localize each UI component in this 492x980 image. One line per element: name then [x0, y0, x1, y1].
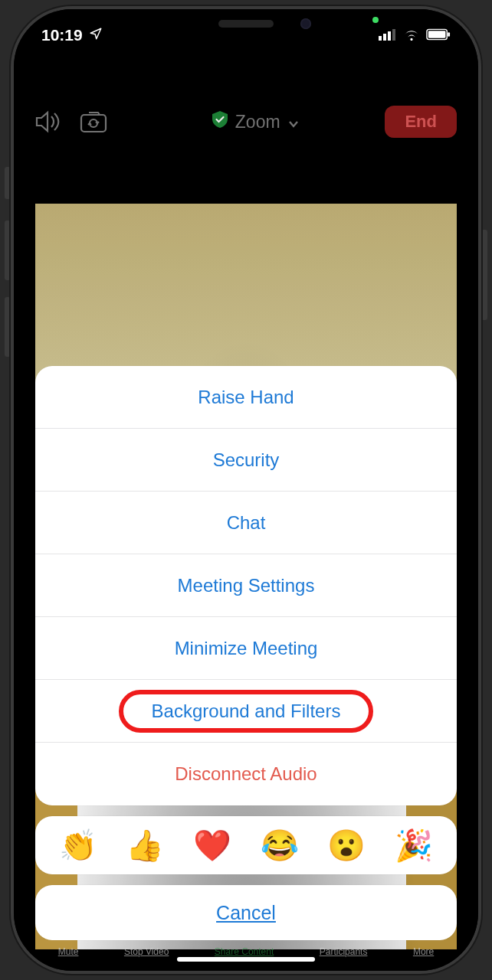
menu-disconnect-audio[interactable]: Disconnect Audio: [35, 743, 457, 805]
cancel-label: Cancel: [216, 902, 276, 924]
reaction-laugh[interactable]: 😂: [261, 828, 299, 864]
menu-meeting-settings[interactable]: Meeting Settings: [35, 554, 457, 617]
battery-icon: [426, 26, 451, 44]
menu-label: Chat: [227, 512, 266, 534]
reaction-heart[interactable]: ❤️: [193, 828, 231, 864]
svg-rect-1: [383, 34, 386, 41]
menu-label: Raise Hand: [198, 387, 294, 408]
reaction-tada[interactable]: 🎉: [395, 828, 433, 864]
reaction-thumbs-up[interactable]: 👍: [126, 828, 164, 864]
menu-label: Meeting Settings: [178, 575, 315, 596]
svg-rect-0: [379, 36, 382, 41]
volume-down-button: [5, 297, 11, 357]
location-arrow-icon: [89, 26, 103, 44]
phone-frame: 10:19: [11, 6, 481, 974]
menu-minimize-meeting[interactable]: Minimize Meeting: [35, 617, 457, 680]
screen: 10:19: [14, 9, 478, 971]
cancel-button[interactable]: Cancel: [35, 885, 457, 940]
svg-rect-3: [392, 29, 395, 41]
svg-rect-2: [388, 31, 391, 41]
notch: [147, 9, 345, 40]
menu-label: Security: [213, 449, 280, 471]
menu-label: Disconnect Audio: [175, 763, 317, 785]
reaction-clap[interactable]: 👏: [59, 828, 97, 864]
menu-raise-hand[interactable]: Raise Hand: [35, 366, 457, 429]
menu-chat[interactable]: Chat: [35, 492, 457, 554]
svg-rect-6: [448, 32, 450, 37]
front-camera: [300, 18, 311, 29]
home-indicator[interactable]: [177, 957, 315, 962]
camera-indicator-dot: [372, 17, 379, 23]
menu-background-filters[interactable]: Background and Filters: [35, 680, 457, 743]
earpiece: [218, 20, 274, 28]
svg-rect-5: [428, 31, 446, 38]
cellular-signal-icon: [379, 26, 397, 44]
menu-label: Minimize Meeting: [175, 638, 318, 659]
menu-label: Background and Filters: [152, 701, 341, 722]
action-sheet-menu: Raise Hand Security Chat Meeting Setting…: [35, 366, 457, 805]
side-button: [481, 230, 487, 320]
reaction-wow[interactable]: 😮: [327, 828, 366, 864]
wifi-icon: [403, 26, 420, 44]
reactions-bar: 👏 👍 ❤️ 😂 😮 🎉: [35, 816, 457, 874]
silence-switch: [5, 167, 11, 199]
action-sheet: Raise Hand Security Chat Meeting Setting…: [35, 366, 457, 940]
menu-security[interactable]: Security: [35, 429, 457, 492]
status-time: 10:19: [41, 26, 83, 44]
volume-up-button: [5, 220, 11, 280]
